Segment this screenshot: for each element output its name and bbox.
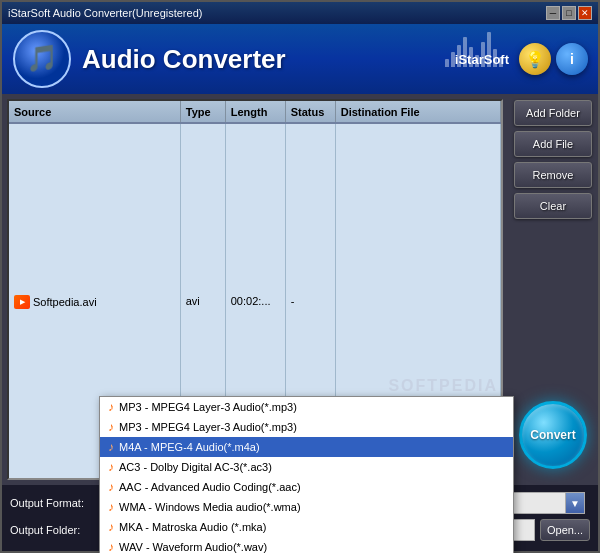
title-bar: iStarSoft Audio Converter(Unregistered) … xyxy=(2,2,598,24)
col-destination: Distination File xyxy=(335,101,500,123)
output-folder-label: Output Folder: xyxy=(10,524,100,536)
dropdown-item-4[interactable]: ♪AAC - Advanced Audio Coding(*.aac) xyxy=(100,477,513,497)
music-note-icon: ♪ xyxy=(108,440,114,454)
close-button[interactable]: ✕ xyxy=(578,6,592,20)
music-note-icon: ♪ xyxy=(108,520,114,534)
app-name: Audio Converter xyxy=(82,44,455,75)
format-dropdown: ♪MP3 - MPEG4 Layer-3 Audio(*.mp3)♪MP3 - … xyxy=(99,396,514,553)
info-icon: i xyxy=(570,51,574,67)
dropdown-item-0[interactable]: ♪MP3 - MPEG4 Layer-3 Audio(*.mp3) xyxy=(100,397,513,417)
minimize-button[interactable]: ─ xyxy=(546,6,560,20)
dropdown-item-label: WAV - Waveform Audio(*.wav) xyxy=(119,541,267,553)
app-header: 🎵 Audio Converter iStarSoft 💡 i xyxy=(2,24,598,94)
dropdown-item-6[interactable]: ♪MKA - Matroska Audio (*.mka) xyxy=(100,517,513,537)
dropdown-item-3[interactable]: ♪AC3 - Dolby Digital AC-3(*.ac3) xyxy=(100,457,513,477)
sidebar-right: Add Folder Add File Remove Clear Convert xyxy=(508,94,598,485)
col-type: Type xyxy=(180,101,225,123)
app-logo: 🎵 xyxy=(12,29,72,89)
add-folder-button[interactable]: Add Folder xyxy=(514,100,592,126)
col-status: Status xyxy=(285,101,335,123)
convert-button[interactable]: Convert xyxy=(519,401,587,469)
file-icon: ▶ Softpedia.avi xyxy=(14,295,97,309)
dropdown-item-5[interactable]: ♪WMA - Windows Media audio(*.wma) xyxy=(100,497,513,517)
avi-file-icon: ▶ xyxy=(14,295,30,309)
tip-icon-button[interactable]: 💡 xyxy=(519,43,551,75)
info-icon-button[interactable]: i xyxy=(556,43,588,75)
dropdown-item-label: MP3 - MPEG4 Layer-3 Audio(*.mp3) xyxy=(119,421,297,433)
dropdown-item-1[interactable]: ♪MP3 - MPEG4 Layer-3 Audio(*.mp3) xyxy=(100,417,513,437)
dropdown-item-label: AC3 - Dolby Digital AC-3(*.ac3) xyxy=(119,461,272,473)
dropdown-item-label: M4A - MPEG-4 Audio(*.m4a) xyxy=(119,441,260,453)
output-format-label: Output Format: xyxy=(10,497,100,509)
convert-button-wrapper: Convert xyxy=(514,401,592,479)
dropdown-item-2[interactable]: ♪M4A - MPEG-4 Audio(*.m4a) xyxy=(100,437,513,457)
maximize-button[interactable]: □ xyxy=(562,6,576,20)
equalizer-decoration xyxy=(445,32,503,67)
dropdown-item-label: AAC - Advanced Audio Coding(*.aac) xyxy=(119,481,301,493)
music-note-icon: ♪ xyxy=(108,460,114,474)
svg-text:🎵: 🎵 xyxy=(26,42,59,74)
dropdown-item-label: WMA - Windows Media audio(*.wma) xyxy=(119,501,301,513)
dropdown-item-label: MKA - Matroska Audio (*.mka) xyxy=(119,521,266,533)
remove-button[interactable]: Remove xyxy=(514,162,592,188)
window-title: iStarSoft Audio Converter(Unregistered) xyxy=(8,7,202,19)
col-source: Source xyxy=(9,101,180,123)
music-note-icon: ♪ xyxy=(108,500,114,514)
dropdown-item-7[interactable]: ♪WAV - Waveform Audio(*.wav) xyxy=(100,537,513,553)
title-bar-buttons: ─ □ ✕ xyxy=(546,6,592,20)
music-note-icon: ♪ xyxy=(108,540,114,553)
main-window: iStarSoft Audio Converter(Unregistered) … xyxy=(0,0,600,553)
open-button[interactable]: Open... xyxy=(540,519,590,541)
header-icons: 💡 i xyxy=(519,43,588,75)
add-file-button[interactable]: Add File xyxy=(514,131,592,157)
dropdown-item-label: MP3 - MPEG4 Layer-3 Audio(*.mp3) xyxy=(119,401,297,413)
music-note-icon: ♪ xyxy=(108,480,114,494)
clear-button[interactable]: Clear xyxy=(514,193,592,219)
table-header-row: Source Type Length Status Distination Fi… xyxy=(9,101,501,123)
col-length: Length xyxy=(225,101,285,123)
lightbulb-icon: 💡 xyxy=(525,50,545,69)
music-note-icon: ♪ xyxy=(108,400,114,414)
music-note-icon: ♪ xyxy=(108,420,114,434)
